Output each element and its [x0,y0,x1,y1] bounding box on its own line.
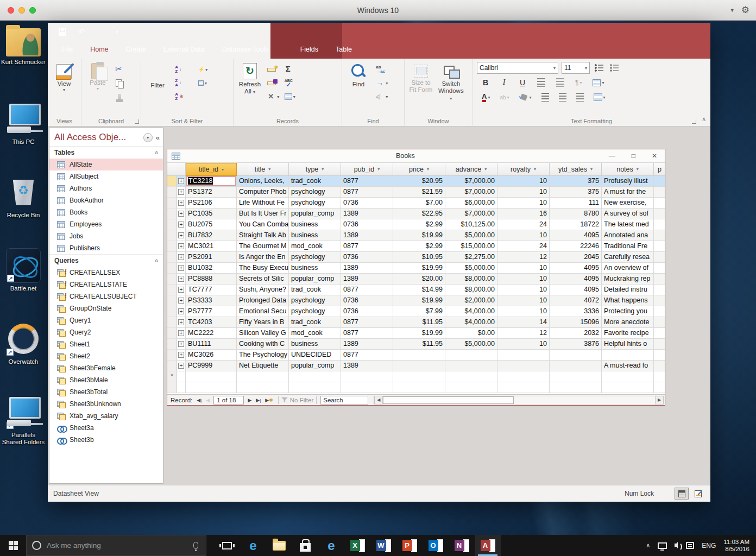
more-button[interactable]: ▾ [283,91,297,103]
cell-p_partial[interactable] [654,187,665,198]
cell-p_partial[interactable] [654,306,665,317]
cell-ytd_sales[interactable]: 4095 [550,274,602,285]
cell-ytd_sales[interactable]: 2032 [550,328,602,339]
nav-query-query2[interactable]: Query2 [49,326,163,338]
cell-p_partial[interactable] [654,208,665,219]
select-button[interactable]: ▾ [374,91,389,103]
cell-p_partial[interactable] [654,295,665,306]
nav-section-tables[interactable]: Tables « [49,146,163,159]
cell-type[interactable]: UNDECIDED [289,350,341,361]
mac-close-button[interactable] [8,7,14,14]
row-selector[interactable] [167,252,177,263]
row-selector[interactable] [167,328,177,339]
cell-price[interactable]: $19.99 [393,230,445,241]
cell-price[interactable]: $11.95 [393,339,445,350]
align-left-button[interactable] [540,91,551,103]
cell-title_id[interactable]: PS2091 [186,252,237,263]
nav-table-authors[interactable]: Authors [49,182,163,194]
spelling-button[interactable]: ABC [283,77,297,89]
cell-notes[interactable]: New exercise, [602,198,654,208]
expand-cell[interactable]: + [177,306,186,317]
cell-pub_id[interactable]: 0877 [341,317,393,328]
desktop-icon-overwatch[interactable]: ↗Overwatch [1,321,46,395]
column-header-ytd_sales[interactable]: ytd_sales▾ [550,163,602,176]
cell-royalty[interactable]: 10 [497,187,550,198]
tab-home[interactable]: Home [81,41,117,59]
cell-notes[interactable]: Annotated ana [602,230,654,241]
filter-state-button[interactable]: No Filter [281,397,313,403]
books-close-button[interactable]: ✕ [652,152,657,160]
cell-advance[interactable]: $2,275.00 [445,252,497,263]
next-record-button[interactable]: ▶ [245,397,254,403]
cell-royalty[interactable]: 14 [497,317,550,328]
cell-p_partial[interactable] [654,339,665,350]
cell-ytd_sales[interactable]: 3336 [550,306,602,317]
column-header-title_id[interactable]: title_id▾ [186,163,237,176]
customize-qat-icon[interactable]: ▾ [116,29,118,35]
refresh-all-button[interactable]: Refresh All ▾ [236,61,264,96]
cell-price[interactable]: $19.99 [393,263,445,274]
sort-ascending-button[interactable]: AZ↓ [173,64,185,75]
cell-price[interactable]: $19.99 [393,295,445,306]
cell-price[interactable]: $2.99 [393,219,445,230]
redo-icon[interactable]: ↷ [97,28,104,36]
scrollbar-thumb[interactable] [383,396,513,404]
toggle-filter-button[interactable] [187,91,209,103]
expand-cell[interactable]: + [177,285,186,295]
cell-price[interactable]: $14.99 [393,285,445,295]
cell-pub_id[interactable]: 0877 [341,241,393,252]
cell-price[interactable]: $21.59 [393,187,445,198]
cell-empty[interactable] [186,371,237,382]
nav-pane-menu-icon[interactable]: ▾ [143,133,153,142]
cell-pub_id[interactable]: 0877 [341,187,393,198]
cell-price[interactable]: $7.00 [393,198,445,208]
cell-pub_id[interactable]: 1389 [341,208,393,219]
save-icon[interactable] [59,28,66,36]
cell-title_id[interactable]: PC8888 [186,274,237,285]
expand-cell[interactable]: + [177,361,186,371]
cell-empty[interactable] [550,371,602,382]
cell-title[interactable]: Cooking with C [237,339,289,350]
cell-price[interactable]: $10.95 [393,252,445,263]
cell-title_id[interactable]: BU1032 [186,263,237,274]
action-center-icon[interactable] [686,542,694,549]
cell-p_partial[interactable] [654,350,665,361]
cell-royalty[interactable]: 10 [497,295,550,306]
row-selector[interactable] [167,198,177,208]
row-selector[interactable] [167,274,177,285]
cell-type[interactable]: psychology [289,187,341,198]
cell-title[interactable]: Secrets of Silic [237,274,289,285]
cell-notes[interactable]: Profusely illust [602,176,654,187]
cell-p_partial[interactable] [654,241,665,252]
cell-pub_id[interactable]: 1389 [341,339,393,350]
expand-cell[interactable]: + [177,230,186,241]
cell-title_id[interactable]: PC9999 [186,361,237,371]
goto-button[interactable]: ▾ [374,77,389,89]
cell-pub_id[interactable]: 1389 [341,230,393,241]
nav-query-sheet3b[interactable]: Sheet3b [49,434,163,446]
cell-title_id[interactable]: BU7832 [186,230,237,241]
tab-table[interactable]: Table [327,41,361,59]
taskbar-store[interactable] [292,535,318,556]
tab-external-data[interactable]: External Data [155,41,213,59]
cell-royalty[interactable]: 10 [497,285,550,295]
underline-button[interactable]: U [517,78,528,87]
tab-file[interactable]: File [53,41,81,59]
cell-notes[interactable]: Helpful hints o [602,339,654,350]
sort-descending-button[interactable]: ZA↓ [173,77,185,89]
paste-button[interactable]: Paste▾ [84,61,112,91]
cell-advance[interactable]: $10,125.00 [445,219,497,230]
cell-empty[interactable] [289,371,341,382]
save-record-button[interactable] [266,77,281,89]
cell-advance[interactable]: $0.00 [445,328,497,339]
cell-title_id[interactable]: MC3021 [186,241,237,252]
cell-ytd_sales[interactable]: 15096 [550,317,602,328]
cell-type[interactable]: psychology [289,252,341,263]
cell-price[interactable]: $19.99 [393,328,445,339]
column-header-notes[interactable]: notes▾ [602,163,654,176]
cell-royalty[interactable]: 16 [497,208,550,219]
new-blank-record-button[interactable]: ▶✱ [263,397,275,403]
cell-pub_id[interactable]: 1389 [341,361,393,371]
tab-fields[interactable]: Fields [292,41,327,59]
cell-advance[interactable]: $7,000.00 [445,176,497,187]
